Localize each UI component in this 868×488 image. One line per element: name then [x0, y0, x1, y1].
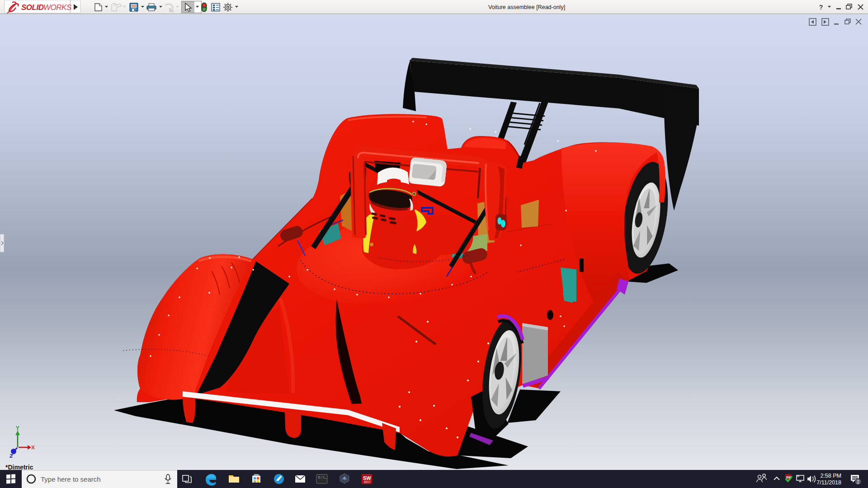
svg-text:7/11/2018: 7/11/2018: [816, 479, 841, 486]
svg-text:Type here to search: Type here to search: [41, 475, 101, 483]
svg-text:2: 2: [857, 479, 859, 484]
svg-text:C:\_: C:\_: [318, 475, 327, 479]
svg-text:2017: 2017: [364, 480, 371, 483]
svg-text:2:58 PM: 2:58 PM: [820, 473, 841, 479]
